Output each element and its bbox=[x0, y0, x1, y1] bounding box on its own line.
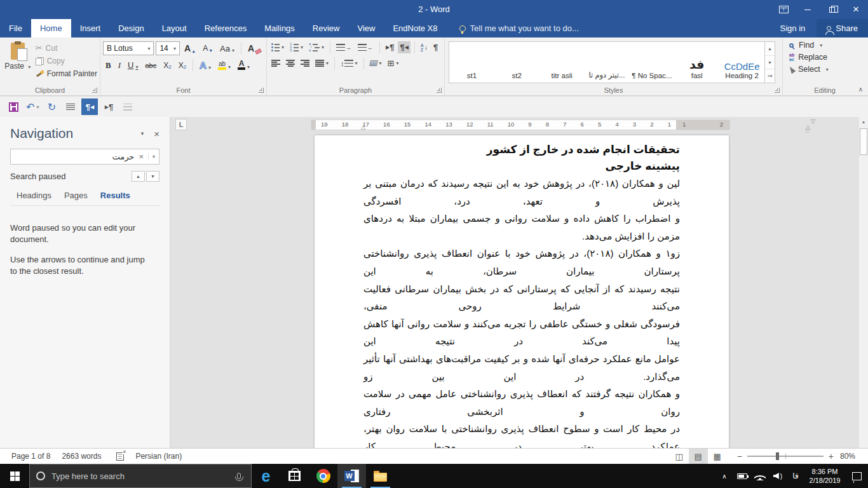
ltr-text-direction-button[interactable]: ▶¶ bbox=[384, 41, 396, 53]
right-indent-marker[interactable]: △ bbox=[361, 125, 365, 130]
tab-review[interactable]: Review bbox=[304, 19, 349, 37]
style-fasl[interactable]: فدfasl bbox=[674, 42, 719, 83]
shading-button[interactable]: ▾ bbox=[368, 59, 384, 67]
search-options-dropdown-icon[interactable]: ▾ bbox=[148, 154, 155, 159]
tray-chevron-icon[interactable]: ∧ bbox=[715, 473, 733, 480]
justify-button[interactable]: ▾ bbox=[313, 58, 330, 68]
minimize-button[interactable] bbox=[796, 0, 820, 19]
font-name-combobox[interactable]: B Lotus▾ bbox=[103, 41, 154, 55]
ltr-quick-button[interactable]: ▶¶ bbox=[100, 98, 117, 115]
text-highlight-button[interactable]: ab▾ bbox=[215, 60, 233, 71]
tab-endnote[interactable]: EndNote X8 bbox=[384, 19, 446, 37]
tab-stop-selector[interactable]: L bbox=[175, 119, 187, 130]
collapse-ribbon-button[interactable]: ∧ bbox=[858, 86, 863, 93]
format-painter-button[interactable]: Format Painter bbox=[36, 69, 97, 78]
navigation-options-dropdown[interactable]: ▾ bbox=[141, 130, 144, 137]
increase-indent-button[interactable]: ← bbox=[356, 43, 376, 52]
shrink-font-button[interactable]: A▼ bbox=[200, 43, 215, 53]
zoom-slider[interactable] bbox=[747, 456, 824, 457]
style-heading-2[interactable]: CcDdEeHeading 2 bbox=[719, 42, 764, 83]
nav-tab-results[interactable]: Results bbox=[94, 189, 137, 201]
zoom-out-button[interactable]: − bbox=[737, 451, 742, 461]
style-titr-dovom[interactable]: تیتر دوم تا... bbox=[585, 42, 630, 83]
taskbar-word-icon[interactable]: W bbox=[337, 464, 366, 488]
input-language-indicator[interactable]: فا bbox=[787, 471, 804, 480]
tab-references[interactable]: References bbox=[196, 19, 255, 37]
decrease-indent-button[interactable]: → bbox=[334, 43, 354, 52]
volume-icon[interactable]: ) bbox=[769, 473, 787, 480]
numbering-button[interactable]: 123▾ bbox=[288, 42, 305, 53]
start-button[interactable] bbox=[0, 464, 29, 488]
proofing-status-icon[interactable] bbox=[116, 452, 124, 461]
style-st2[interactable]: st2 bbox=[494, 42, 539, 83]
replace-button[interactable]: abacReplace bbox=[785, 53, 864, 62]
tell-me-box[interactable]: Tell me what you want to do... bbox=[459, 19, 579, 37]
redo-button[interactable]: ↻ bbox=[43, 98, 60, 115]
bold-button[interactable]: B bbox=[103, 60, 114, 71]
save-button[interactable] bbox=[5, 98, 22, 115]
paste-button[interactable]: Paste ▾ bbox=[3, 41, 33, 84]
document-page[interactable]: تحقیقات انجام شده در خارج از کشور پیشینه… bbox=[315, 135, 729, 448]
read-mode-button[interactable]: ◫ bbox=[670, 449, 689, 464]
sort-button[interactable]: AZ↓ bbox=[419, 42, 430, 53]
undo-button[interactable]: ↶▾ bbox=[24, 98, 41, 115]
italic-button[interactable]: I bbox=[116, 60, 123, 71]
find-button[interactable]: Find▾ bbox=[785, 41, 864, 50]
underline-button[interactable]: U▾ bbox=[125, 60, 140, 71]
print-layout-button[interactable]: ▤ bbox=[689, 449, 708, 464]
page-indicator[interactable]: Page 1 of 8 bbox=[11, 452, 50, 461]
restore-button[interactable] bbox=[820, 0, 844, 19]
share-button[interactable]: Share bbox=[817, 19, 868, 37]
align-center-button[interactable] bbox=[284, 58, 297, 68]
select-button[interactable]: Select▾ bbox=[785, 65, 864, 74]
show-hide-pilcrow-button[interactable]: ¶ bbox=[431, 41, 440, 53]
styles-gallery-expand-button[interactable]: ≡▾ bbox=[765, 69, 775, 83]
scroll-up-arrow[interactable]: ▲ bbox=[859, 117, 868, 126]
line-spacing-button[interactable]: ↕▾ bbox=[339, 58, 360, 69]
taskbar-explorer-icon[interactable] bbox=[366, 464, 395, 488]
zoom-slider-thumb[interactable] bbox=[776, 452, 779, 460]
tab-home[interactable]: Home bbox=[31, 19, 71, 37]
ribbon-display-options-button[interactable]: ↑ bbox=[771, 0, 796, 19]
first-line-indent-marker[interactable]: ▽ bbox=[811, 119, 815, 124]
document-content[interactable]: تحقیقات انجام شده در خارج از کشور پیشینه… bbox=[315, 135, 729, 448]
font-color-button[interactable]: A▾ bbox=[235, 60, 252, 71]
tab-view[interactable]: View bbox=[348, 19, 384, 37]
microphone-icon[interactable] bbox=[237, 473, 241, 479]
tab-design[interactable]: Design bbox=[109, 19, 153, 37]
taskbar-edge-icon[interactable]: e bbox=[252, 464, 280, 488]
close-button[interactable]: × bbox=[844, 0, 868, 19]
taskbar-clock[interactable]: 8:36 PM 2/18/2019 bbox=[804, 467, 845, 485]
font-size-combobox[interactable]: 14▾ bbox=[156, 41, 180, 55]
style-titr-asli[interactable]: titr asli bbox=[539, 42, 585, 83]
language-indicator[interactable]: Persian (Iran) bbox=[135, 452, 182, 461]
styles-scroll-down-button[interactable]: ▼ bbox=[765, 55, 775, 69]
nav-tab-pages[interactable]: Pages bbox=[58, 189, 94, 201]
taskbar-search-box[interactable]: Type here to search bbox=[29, 464, 252, 488]
word-count[interactable]: 2663 words bbox=[62, 452, 101, 461]
action-center-button[interactable] bbox=[845, 472, 868, 480]
horizontal-ruler[interactable]: 19 18 17 16 15 14 13 12 11 10 9 8 7 6 5 … bbox=[311, 120, 729, 130]
paragraph-dialog-launcher[interactable] bbox=[437, 88, 442, 93]
next-result-button[interactable]: ▼ bbox=[146, 171, 159, 182]
styles-scroll-up-button[interactable]: ▲ bbox=[765, 42, 775, 55]
style-st1[interactable]: st1 bbox=[449, 42, 494, 83]
tab-layout[interactable]: Layout bbox=[153, 19, 196, 37]
zoom-in-button[interactable]: + bbox=[829, 451, 834, 461]
align-left-button[interactable] bbox=[269, 58, 282, 68]
taskbar-chrome-icon[interactable] bbox=[309, 464, 337, 488]
style-no-spacing[interactable]: ¶ No Spac... bbox=[629, 42, 674, 83]
taskbar-store-icon[interactable] bbox=[280, 464, 309, 488]
bullets-button[interactable]: ▾ bbox=[269, 42, 286, 53]
vertical-scrollbar[interactable]: ▲ bbox=[858, 117, 868, 448]
align-right-button[interactable] bbox=[299, 58, 311, 68]
strikethrough-button[interactable]: abc bbox=[142, 61, 159, 70]
rtl-quick-button[interactable]: ¶◀ bbox=[81, 98, 98, 115]
navigation-close-icon[interactable]: × bbox=[154, 128, 159, 139]
clipboard-dialog-launcher[interactable] bbox=[92, 88, 97, 93]
change-case-button[interactable]: Aa▾ bbox=[217, 43, 237, 54]
wifi-icon[interactable] bbox=[751, 472, 769, 480]
previous-result-button[interactable]: ▲ bbox=[132, 171, 145, 182]
zoom-level[interactable]: 80% bbox=[840, 452, 860, 461]
clear-search-icon[interactable]: × bbox=[139, 152, 144, 161]
